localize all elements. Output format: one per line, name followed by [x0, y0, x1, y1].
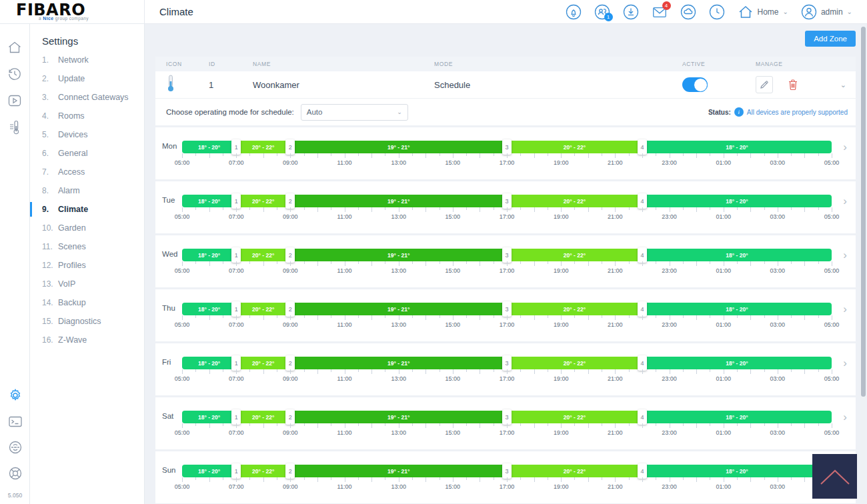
schedule-handle-3[interactable]: 3 [502, 193, 512, 209]
schedule-segment[interactable]: 18° - 20° [182, 411, 236, 423]
schedule-segment[interactable]: 19° - 21° [290, 465, 507, 477]
schedule-handle-3[interactable]: 3 [502, 409, 512, 425]
schedule-handle-3[interactable]: 3 [502, 247, 512, 263]
mode-select[interactable]: Auto ⌄ [301, 104, 408, 121]
schedule-segment[interactable]: 19° - 21° [290, 195, 507, 207]
schedule-handle-4[interactable]: 4 [638, 355, 647, 371]
schedule-segment[interactable]: 20° - 22° [236, 303, 290, 315]
schedule-handle-3[interactable]: 3 [502, 355, 512, 371]
clock-icon[interactable] [709, 4, 725, 20]
download-icon[interactable] [623, 4, 639, 20]
sidebar-item-profiles[interactable]: 12. Profiles [30, 256, 144, 275]
schedule-segment[interactable]: 18° - 20° [182, 303, 236, 315]
schedule-handle-2[interactable]: 2 [285, 463, 295, 479]
sidebar-item-voip[interactable]: 13. VoIP [30, 275, 144, 293]
delete-zone-button[interactable] [788, 79, 798, 91]
history-icon[interactable] [7, 67, 22, 81]
schedule-segment[interactable]: 20° - 22° [236, 465, 290, 477]
schedule-segment[interactable]: 19° - 21° [290, 357, 507, 369]
schedule-handle-2[interactable]: 2 [285, 247, 295, 263]
sidebar-item-general[interactable]: 6. General [30, 144, 144, 163]
schedule-segment[interactable]: 18° - 20° [182, 195, 236, 207]
schedule-segment[interactable]: 19° - 21° [290, 411, 507, 423]
zone-expand-chevron-icon[interactable]: ⌄ [840, 81, 846, 89]
cloud-icon[interactable] [680, 4, 696, 20]
sidebar-item-diagnostics[interactable]: 15. Diagnostics [30, 312, 144, 331]
schedule-handle-1[interactable]: 1 [231, 247, 241, 263]
schedule-segment[interactable]: 20° - 22° [236, 249, 290, 261]
hub-icon[interactable] [8, 440, 23, 455]
schedule-segment[interactable]: 18° - 20° [642, 465, 832, 477]
schedule-handle-1[interactable]: 1 [231, 193, 241, 209]
alarm-bell-icon[interactable] [566, 4, 582, 20]
schedule-handle-3[interactable]: 3 [502, 139, 512, 155]
schedule-segment[interactable]: 20° - 22° [236, 141, 290, 153]
sidebar-item-devices[interactable]: 5. Devices [30, 125, 144, 144]
schedule-segment[interactable]: 18° - 20° [642, 141, 832, 153]
schedule-segment[interactable]: 20° - 22° [507, 141, 642, 153]
schedule-handle-4[interactable]: 4 [638, 247, 647, 263]
schedule-handle-2[interactable]: 2 [285, 139, 295, 155]
sidebar-item-rooms[interactable]: 4. Rooms [30, 107, 144, 125]
schedule-segment[interactable]: 18° - 20° [182, 465, 236, 477]
schedule-handle-2[interactable]: 2 [285, 409, 295, 425]
schedule-handle-3[interactable]: 3 [502, 463, 512, 479]
sidebar-item-backup[interactable]: 14. Backup [30, 293, 144, 312]
support-icon[interactable] [8, 466, 23, 481]
sidebar-item-garden[interactable]: 10. Garden [30, 219, 144, 237]
schedule-handle-1[interactable]: 1 [231, 301, 241, 317]
schedule-handle-4[interactable]: 4 [638, 301, 647, 317]
sidebar-item-network[interactable]: 1. Network [30, 51, 144, 69]
media-icon[interactable] [7, 93, 22, 108]
users-icon[interactable]: 1 [594, 4, 610, 20]
schedule-segment[interactable]: 20° - 22° [236, 195, 290, 207]
schedule-segment[interactable]: 20° - 22° [507, 465, 642, 477]
zone-active-toggle[interactable] [682, 77, 708, 92]
schedule-handle-2[interactable]: 2 [285, 193, 295, 209]
schedule-segment[interactable]: 18° - 20° [182, 249, 236, 261]
schedule-segment[interactable]: 19° - 21° [290, 303, 507, 315]
add-zone-button[interactable]: Add Zone [805, 31, 856, 47]
sidebar-item-climate[interactable]: 9. Climate [30, 200, 144, 219]
schedule-segment[interactable]: 20° - 22° [507, 357, 642, 369]
schedule-segment[interactable]: 18° - 20° [642, 357, 832, 369]
mail-icon[interactable]: 4 [652, 4, 668, 20]
home-selector[interactable]: Home ⌄ [738, 5, 788, 19]
sidebar-item-alarm[interactable]: 8. Alarm [30, 181, 144, 200]
sidebar-item-update[interactable]: 2. Update [30, 69, 144, 88]
schedule-handle-4[interactable]: 4 [638, 463, 647, 479]
user-menu[interactable]: admin ⌄ [801, 4, 852, 20]
sidebar-item-z-wave[interactable]: 16. Z-Wave [30, 331, 144, 349]
schedule-segment[interactable]: 18° - 20° [642, 411, 832, 423]
schedule-segment[interactable]: 20° - 22° [236, 357, 290, 369]
schedule-handle-4[interactable]: 4 [638, 409, 647, 425]
schedule-segment[interactable]: 20° - 22° [507, 411, 642, 423]
settings-gear-icon[interactable] [8, 388, 23, 403]
schedule-handle-2[interactable]: 2 [285, 355, 295, 371]
schedule-handle-1[interactable]: 1 [231, 409, 241, 425]
schedule-segment[interactable]: 18° - 20° [642, 195, 832, 207]
schedule-segment[interactable]: 18° - 20° [182, 357, 236, 369]
schedule-handle-1[interactable]: 1 [231, 463, 241, 479]
schedule-handle-1[interactable]: 1 [231, 355, 241, 371]
schedule-segment[interactable]: 19° - 21° [290, 249, 507, 261]
sidebar-item-scenes[interactable]: 11. Scenes [30, 237, 144, 256]
schedule-handle-3[interactable]: 3 [502, 301, 512, 317]
schedule-segment[interactable]: 18° - 20° [642, 303, 832, 315]
schedule-handle-4[interactable]: 4 [638, 193, 647, 209]
terminal-icon[interactable] [8, 414, 23, 429]
fibaro-logo[interactable]: FIBARO a Nice group company [0, 0, 145, 24]
schedule-segment[interactable]: 20° - 22° [507, 195, 642, 207]
climate-icon[interactable] [7, 120, 22, 135]
schedule-handle-2[interactable]: 2 [285, 301, 295, 317]
scrollbar-thumb[interactable] [861, 27, 866, 397]
edit-zone-button[interactable] [756, 76, 773, 93]
schedule-segment[interactable]: 20° - 22° [507, 303, 642, 315]
schedule-segment[interactable]: 18° - 20° [182, 141, 236, 153]
schedule-segment[interactable]: 20° - 22° [507, 249, 642, 261]
home-nav-icon[interactable] [7, 40, 22, 55]
schedule-segment[interactable]: 19° - 21° [290, 141, 507, 153]
sidebar-item-access[interactable]: 7. Access [30, 163, 144, 181]
sidebar-item-connect-gateways[interactable]: 3. Connect Gateways [30, 88, 144, 107]
schedule-segment[interactable]: 18° - 20° [642, 249, 832, 261]
